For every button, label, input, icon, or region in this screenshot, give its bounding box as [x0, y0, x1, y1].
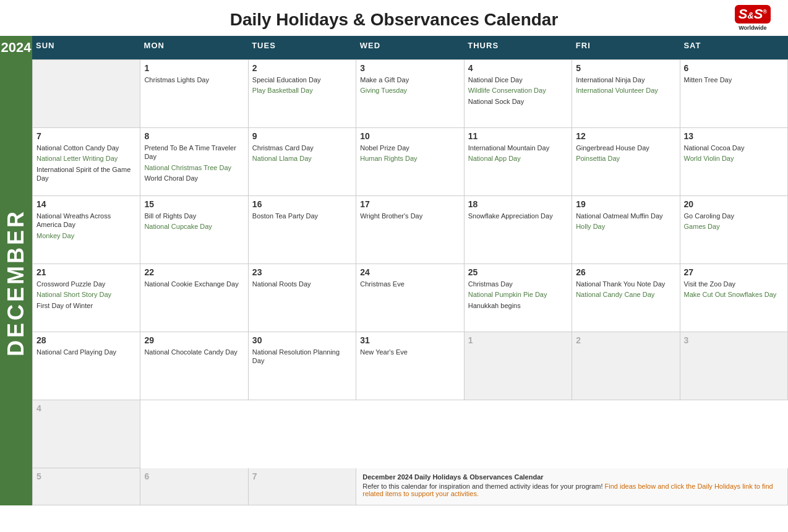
day-number: 5	[576, 63, 675, 73]
day-number: 18	[468, 199, 568, 209]
extra-row: 567December 2024 Daily Holidays & Observ…	[32, 468, 788, 505]
day-number: 17	[360, 199, 460, 209]
cal-cell: 26National Thank You Note DayNational Ca…	[572, 264, 680, 332]
holiday-text: Christmas Lights Day	[144, 75, 244, 84]
holiday-text: Hanukkah begins	[468, 301, 568, 310]
calendar-header: 2024 SUNMONTUESWEDTHURSFRISAT	[0, 36, 788, 59]
holiday-text: National Christmas Tree Day	[144, 163, 244, 172]
holiday-text: Christmas Card Day	[252, 144, 352, 152]
day-number: 12	[576, 131, 675, 141]
day-number: 20	[684, 199, 784, 209]
holiday-text: Pretend To Be A Time Traveler Day	[144, 144, 244, 161]
day-number: 25	[468, 267, 568, 277]
cal-cell: 10Nobel Prize DayHuman Rights Day	[356, 128, 464, 196]
holiday-text: National Dice Day	[468, 75, 568, 84]
cal-cell: 5International Ninja DayInternational Vo…	[572, 60, 680, 128]
holiday-text: National Llama Day	[252, 154, 352, 163]
day-number: 9	[252, 131, 352, 141]
day-number: 15	[144, 199, 244, 209]
calendar-wrapper: 2024 SUNMONTUESWEDTHURSFRISAT DECEMBER 1…	[0, 36, 788, 505]
header-day-tues: TUES	[248, 36, 356, 59]
cal-cell-inactive: 7	[249, 468, 356, 505]
day-number: 1	[144, 63, 244, 73]
holiday-text: Crossword Puzzle Day	[36, 280, 136, 288]
holiday-text: National Cupcake Day	[144, 222, 244, 231]
cal-cell: 2	[572, 332, 680, 400]
header-day-sun: SUN	[32, 36, 140, 59]
holiday-text: National Chocolate Candy Day	[144, 348, 244, 356]
cal-cell	[33, 60, 140, 128]
day-number: 27	[684, 267, 784, 277]
cal-cell-inactive: 5	[33, 468, 140, 505]
day-number: 14	[36, 199, 136, 209]
holiday-text: Make Cut Out Snowflakes Day	[684, 290, 784, 299]
day-number: 2	[576, 335, 675, 345]
cal-cell: 12Gingerbread House DayPoinsettia Day	[572, 128, 680, 196]
cal-cell: 3Make a Gift DayGiving Tuesday	[356, 60, 464, 128]
holiday-text: National Card Playing Day	[36, 348, 136, 356]
holiday-text: World Violin Day	[684, 154, 784, 163]
cal-cell: 18Snowflake Appreciation Day	[465, 196, 572, 264]
day-number: 4	[468, 63, 568, 73]
day-number: 16	[252, 199, 352, 209]
day-number: 10	[360, 131, 460, 141]
day-number: 3	[360, 63, 460, 73]
cal-cell: 15Bill of Rights DayNational Cupcake Day	[140, 196, 248, 264]
holiday-text: National Cocoa Day	[684, 144, 784, 152]
cal-cell: 20Go Caroling DayGames Day	[680, 196, 788, 264]
header-day-mon: MON	[140, 36, 249, 59]
cal-cell: 1	[465, 332, 572, 400]
day-number: 2	[252, 63, 352, 73]
cal-cell: 14National Wreaths Across America DayMon…	[33, 196, 140, 264]
day-number: 3	[684, 335, 784, 345]
holiday-text: World Choral Day	[144, 174, 244, 182]
days-header: SUNMONTUESWEDTHURSFRISAT	[32, 36, 788, 59]
holiday-text: National Cookie Exchange Day	[144, 280, 244, 288]
day-number: 21	[36, 267, 136, 277]
holiday-text: National Candy Cane Day	[576, 290, 675, 299]
cal-cell: 31New Year's Eve	[356, 332, 464, 400]
day-number-inactive: 5	[36, 471, 136, 481]
day-number: 13	[684, 131, 784, 141]
calendar-footer: December 2024 Daily Holidays & Observanc…	[356, 468, 788, 505]
logo-text: S&S®	[739, 7, 767, 21]
holiday-text: Snowflake Appreciation Day	[468, 212, 568, 220]
header-day-sat: SAT	[680, 36, 788, 59]
cal-cell: 9Christmas Card DayNational Llama Day	[249, 128, 356, 196]
footer-title: December 2024 Daily Holidays & Observanc…	[362, 473, 781, 481]
holiday-text: Christmas Eve	[360, 280, 460, 288]
cal-cell: 4	[33, 400, 140, 468]
cal-cell: 19National Oatmeal Muffin DayHolly Day	[572, 196, 680, 264]
holiday-text: National App Day	[468, 154, 568, 163]
holiday-text: Go Caroling Day	[684, 212, 784, 220]
footer-link[interactable]: Find ideas below and click the Daily Hol…	[362, 483, 773, 497]
holiday-text: Wildlife Conservation Day	[468, 86, 568, 95]
calendar-grid-container: 1Christmas Lights Day2Special Education …	[32, 59, 788, 505]
day-number: 11	[468, 131, 568, 141]
cal-cell: 13National Cocoa DayWorld Violin Day	[680, 128, 788, 196]
holiday-text: Mitten Tree Day	[684, 75, 784, 84]
cal-cell: 7National Cotton Candy DayNational Lette…	[33, 128, 140, 196]
holiday-text: Human Rights Day	[360, 154, 460, 163]
holiday-text: Make a Gift Day	[360, 75, 460, 84]
page-title: Daily Holidays & Observances Calendar	[0, 10, 788, 30]
day-number: 28	[36, 335, 136, 345]
day-number: 24	[360, 267, 460, 277]
day-number: 30	[252, 335, 352, 345]
holiday-text: International Volunteer Day	[576, 86, 675, 95]
cal-cell: 11International Mountain DayNational App…	[465, 128, 572, 196]
cal-cell: 3	[680, 332, 788, 400]
cal-cell: 21Crossword Puzzle DayNational Short Sto…	[33, 264, 140, 332]
day-number: 1	[468, 335, 568, 345]
holiday-text: Poinsettia Day	[576, 154, 675, 163]
holiday-text: National Letter Writing Day	[36, 154, 136, 163]
day-number: 29	[144, 335, 244, 345]
cal-cell: 23National Roots Day	[249, 264, 356, 332]
holiday-text: Giving Tuesday	[360, 86, 460, 95]
holiday-text: National Wreaths Across America Day	[36, 212, 136, 230]
holiday-text: Wright Brother's Day	[360, 212, 460, 220]
cal-cell: 22National Cookie Exchange Day	[140, 264, 248, 332]
holiday-text: National Roots Day	[252, 280, 352, 288]
day-number: 7	[36, 131, 136, 141]
day-number-inactive: 7	[252, 471, 352, 481]
